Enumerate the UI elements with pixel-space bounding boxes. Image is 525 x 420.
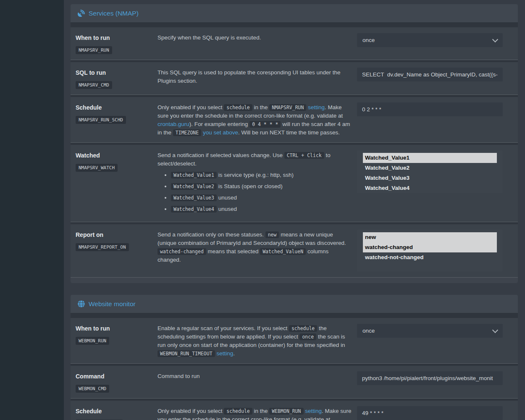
description-link[interactable]: setting — [308, 104, 325, 110]
description-link[interactable]: you set above — [203, 129, 238, 136]
description-link[interactable]: crontab.guru — [158, 121, 189, 127]
services-nmap-card: Services (NMAP)When to runNMAPSRV_RUNSpe… — [71, 4, 518, 283]
setting-name: Report on — [76, 231, 158, 239]
setting-control: once — [357, 33, 503, 47]
list-item: Watched_Value1 is service type (e.g.: ht… — [171, 171, 353, 179]
nmapsrv-run-select[interactable]: once — [357, 33, 503, 47]
listbox-option[interactable]: Watched_Value4 — [363, 183, 497, 193]
setting-control — [357, 406, 503, 420]
list-item: Watched_Value4 unused — [171, 205, 353, 213]
setting-code-tag: NMAPSRV_WATCH — [76, 164, 118, 172]
webmon-run-select[interactable]: once — [357, 324, 503, 338]
inline-code: once — [299, 333, 316, 340]
setting-name-column: ScheduleWEBMON_RUN_SCHD — [76, 406, 158, 420]
setting-row-nmapsrv-cmd: SQL to runNMAPSRV_CMDThis SQL query is u… — [71, 62, 518, 94]
setting-control: newwatched-changedwatched-not-changed — [357, 230, 503, 272]
nmapsrv-watch-listbox[interactable]: Watched_Value1Watched_Value2Watched_Valu… — [357, 150, 503, 193]
setting-description: Command to run — [158, 371, 357, 381]
setting-name: Command — [76, 373, 158, 381]
setting-name-column: Report onNMAPSRV_REPORT_ON — [76, 230, 158, 251]
inline-code: schedule — [224, 408, 252, 415]
nmapsrv-report-on-listbox[interactable]: newwatched-changedwatched-not-changed — [357, 230, 503, 272]
inline-code: schedule — [224, 104, 252, 111]
setting-description: Send a notification only on these status… — [158, 230, 357, 264]
description-text: ). For example entering — [189, 121, 249, 127]
inline-code: NMAPSRV_RUN — [269, 104, 306, 111]
setting-name-column: When to runNMAPSRV_RUN — [76, 33, 158, 54]
section-header: Services (NMAP) — [71, 4, 518, 22]
description-text: Enable a regular scan of your services. … — [158, 325, 289, 331]
setting-row-webmon-run-schd: ScheduleWEBMON_RUN_SCHDOnly enabled if y… — [71, 401, 518, 420]
setting-description: Only enabled if you select schedule in t… — [158, 406, 357, 420]
setting-name-column: WatchedNMAPSRV_WATCH — [76, 150, 158, 172]
section-body: When to runNMAPSRV_RUNSpecify when the S… — [71, 27, 518, 283]
listbox-option[interactable]: Watched_Value1 — [363, 153, 497, 163]
inline-code: CTRL + Click — [284, 152, 324, 159]
select-value: once — [362, 37, 375, 43]
setting-control — [357, 371, 503, 385]
website-monitor-card: Website monitorWhen to runWEBMON_RUNEnab… — [71, 295, 518, 420]
inline-code: TIMEZONE — [173, 129, 201, 136]
setting-code-tag: NMAPSRV_RUN — [76, 46, 112, 54]
inline-code: watched-changed — [158, 248, 206, 255]
description-link[interactable]: setting — [305, 408, 322, 414]
setting-row-nmapsrv-run: When to runNMAPSRV_RUNSpecify when the S… — [71, 27, 518, 60]
setting-name-column: When to runWEBMON_RUN — [76, 323, 158, 345]
nmapsrv-run-schd-input[interactable] — [357, 102, 503, 116]
inline-code: WEBMON_RUN — [269, 408, 303, 415]
listbox-option[interactable]: watched-not-changed — [363, 252, 497, 262]
setting-description: Only enabled if you select schedule in t… — [158, 102, 357, 137]
setting-description: Enable a regular scan of your services. … — [158, 323, 357, 358]
section-title: Website monitor — [89, 300, 136, 308]
setting-code-tag: NMAPSRV_CMD — [76, 81, 112, 89]
setting-control — [357, 68, 503, 81]
chevron-down-icon — [492, 327, 498, 333]
inline-code: schedule — [289, 325, 317, 332]
setting-row-nmapsrv-report-on: Report onNMAPSRV_REPORT_ONSend a notific… — [71, 224, 518, 277]
listbox-option[interactable]: watched-changed — [363, 242, 497, 252]
listbox-option[interactable]: new — [363, 232, 497, 242]
description-text: Send a notification if selected values c… — [158, 152, 284, 158]
setting-name-column: SQL to runNMAPSRV_CMD — [76, 68, 158, 89]
setting-description: Send a notification if selected values c… — [158, 150, 357, 216]
description-link[interactable]: setting — [216, 350, 233, 357]
watched-values-list: Watched_Value1 is service type (e.g.: ht… — [158, 171, 353, 213]
setting-name: When to run — [76, 325, 158, 333]
setting-name-column: ScheduleNMAPSRV_RUN_SCHD — [76, 102, 158, 124]
section-body: When to runWEBMON_RUNEnable a regular sc… — [71, 318, 518, 420]
listbox-option[interactable]: Watched_Value3 — [363, 173, 497, 183]
description-text: is Status (open or closed) — [217, 183, 283, 189]
description-text: is service type (e.g.: http, ssh) — [217, 172, 294, 178]
nmapsrv-cmd-input[interactable] — [357, 68, 503, 81]
inline-code: WEBMON_RUN_TIMEOUT — [158, 350, 215, 357]
inline-code: 0 4 * * * — [249, 121, 281, 128]
setting-row-webmon-run: When to runWEBMON_RUNEnable a regular sc… — [71, 318, 518, 363]
listbox-option[interactable]: Watched_Value2 — [363, 163, 497, 173]
webmon-cmd-input[interactable] — [357, 371, 503, 385]
inline-code: new — [265, 231, 279, 238]
setting-name: Schedule — [76, 407, 158, 415]
description-text: . — [233, 350, 235, 357]
webmon-run-schd-input[interactable] — [357, 406, 503, 420]
setting-row-webmon-cmd: CommandWEBMON_CMDCommand to run — [71, 366, 518, 398]
setting-control: once — [357, 323, 503, 338]
description-text: unused — [217, 206, 237, 212]
list-item: Watched_Value2 is Status (open or closed… — [171, 182, 353, 191]
setting-description: Specify when the SQL query is executed. — [158, 33, 357, 42]
setting-name: Schedule — [76, 104, 158, 112]
settings-content: Services (NMAP)When to runNMAPSRV_RUNSpe… — [64, 0, 525, 420]
satellite-dish-icon — [78, 10, 85, 17]
section-header: Website monitor — [71, 295, 518, 313]
description-text: means that selected — [206, 248, 260, 255]
description-text: This SQL query is used to populate the c… — [158, 69, 341, 84]
setting-row-nmapsrv-watch: WatchedNMAPSRV_WATCHSend a notification … — [71, 145, 518, 222]
setting-name: SQL to run — [76, 69, 158, 77]
inline-code: Watched_Value4 — [171, 206, 217, 213]
description-text: Command to run — [158, 373, 200, 379]
inline-code: Watched_ValueN — [260, 248, 306, 255]
setting-description: This SQL query is used to populate the c… — [158, 68, 357, 85]
setting-row-nmapsrv-run-schd: ScheduleNMAPSRV_RUN_SCHDOnly enabled if … — [71, 97, 518, 142]
setting-code-tag: WEBMON_RUN — [76, 337, 109, 345]
setting-name-column: CommandWEBMON_CMD — [76, 371, 158, 393]
setting-code-tag: NMAPSRV_REPORT_ON — [76, 243, 129, 251]
